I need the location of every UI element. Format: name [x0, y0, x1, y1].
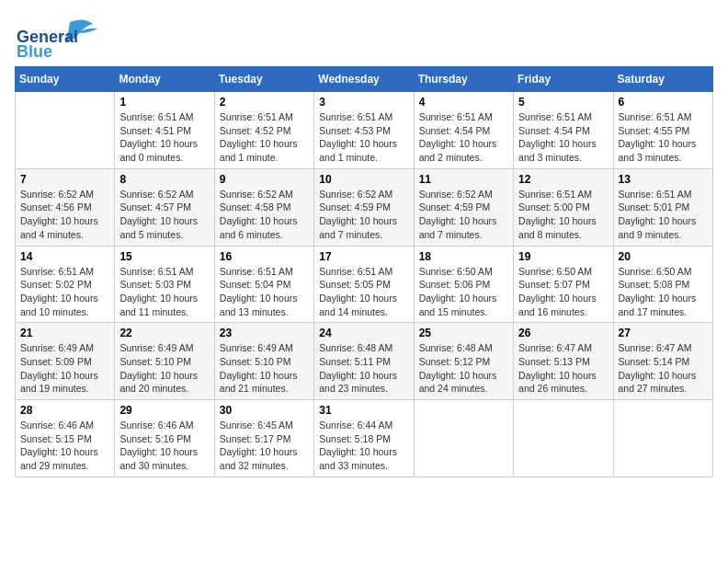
day-number: 17 — [319, 250, 408, 263]
day-info: Sunrise: 6:52 AM Sunset: 4:56 PM Dayligh… — [20, 188, 109, 242]
calendar-cell: 4Sunrise: 6:51 AM Sunset: 4:54 PM Daylig… — [414, 92, 513, 169]
calendar-cell: 12Sunrise: 6:51 AM Sunset: 5:00 PM Dayli… — [514, 168, 613, 246]
calendar-week-4: 21Sunrise: 6:49 AM Sunset: 5:09 PM Dayli… — [16, 323, 713, 400]
dow-friday: Friday — [514, 67, 613, 92]
calendar-week-2: 7Sunrise: 6:52 AM Sunset: 4:56 PM Daylig… — [16, 168, 713, 246]
calendar-cell: 7Sunrise: 6:52 AM Sunset: 4:56 PM Daylig… — [16, 168, 115, 246]
day-number: 18 — [419, 250, 508, 263]
calendar-cell: 31Sunrise: 6:44 AM Sunset: 5:18 PM Dayli… — [314, 400, 414, 477]
calendar-cell: 29Sunrise: 6:46 AM Sunset: 5:16 PM Dayli… — [115, 400, 214, 477]
day-number: 9 — [220, 173, 309, 186]
day-info: Sunrise: 6:51 AM Sunset: 5:05 PM Dayligh… — [319, 265, 408, 319]
day-info: Sunrise: 6:48 AM Sunset: 5:12 PM Dayligh… — [419, 341, 508, 396]
calendar-cell: 6Sunrise: 6:51 AM Sunset: 4:55 PM Daylig… — [613, 92, 712, 169]
dow-thursday: Thursday — [414, 67, 513, 92]
day-info: Sunrise: 6:51 AM Sunset: 5:03 PM Dayligh… — [119, 265, 209, 319]
calendar-cell: 5Sunrise: 6:51 AM Sunset: 4:54 PM Daylig… — [514, 92, 613, 169]
calendar-week-1: 1Sunrise: 6:51 AM Sunset: 4:51 PM Daylig… — [16, 92, 713, 169]
day-number: 31 — [319, 404, 408, 417]
dow-sunday: Sunday — [16, 67, 115, 92]
calendar-cell: 3Sunrise: 6:51 AM Sunset: 4:53 PM Daylig… — [314, 92, 414, 169]
calendar-cell: 19Sunrise: 6:50 AM Sunset: 5:07 PM Dayli… — [514, 246, 613, 323]
day-info: Sunrise: 6:50 AM Sunset: 5:06 PM Dayligh… — [419, 265, 508, 319]
day-info: Sunrise: 6:52 AM Sunset: 4:59 PM Dayligh… — [319, 188, 408, 242]
day-number: 28 — [20, 404, 109, 417]
day-number: 1 — [119, 96, 209, 109]
day-info: Sunrise: 6:51 AM Sunset: 4:54 PM Dayligh… — [518, 110, 608, 165]
dow-tuesday: Tuesday — [214, 67, 313, 92]
day-info: Sunrise: 6:52 AM Sunset: 4:59 PM Dayligh… — [419, 188, 508, 242]
day-info: Sunrise: 6:51 AM Sunset: 4:53 PM Dayligh… — [319, 110, 408, 165]
calendar-cell — [514, 400, 613, 477]
day-info: Sunrise: 6:47 AM Sunset: 5:14 PM Dayligh… — [619, 341, 708, 396]
day-number: 20 — [619, 250, 708, 263]
calendar-cell: 28Sunrise: 6:46 AM Sunset: 5:15 PM Dayli… — [16, 400, 115, 477]
calendar-cell — [16, 92, 115, 169]
day-number: 15 — [119, 250, 209, 263]
day-info: Sunrise: 6:48 AM Sunset: 5:11 PM Dayligh… — [319, 341, 408, 396]
calendar-cell: 22Sunrise: 6:49 AM Sunset: 5:10 PM Dayli… — [115, 323, 214, 400]
day-info: Sunrise: 6:51 AM Sunset: 5:00 PM Dayligh… — [518, 188, 608, 242]
day-number: 22 — [119, 327, 209, 339]
day-info: Sunrise: 6:52 AM Sunset: 4:57 PM Dayligh… — [119, 188, 209, 242]
calendar-cell: 21Sunrise: 6:49 AM Sunset: 5:09 PM Dayli… — [16, 323, 115, 400]
svg-text:Blue: Blue — [17, 42, 52, 59]
calendar-cell: 27Sunrise: 6:47 AM Sunset: 5:14 PM Dayli… — [613, 323, 712, 400]
day-number: 5 — [518, 96, 608, 109]
day-info: Sunrise: 6:46 AM Sunset: 5:16 PM Dayligh… — [119, 419, 209, 473]
calendar-cell: 13Sunrise: 6:51 AM Sunset: 5:01 PM Dayli… — [613, 168, 712, 246]
day-info: Sunrise: 6:51 AM Sunset: 4:51 PM Dayligh… — [119, 110, 209, 165]
calendar-cell: 23Sunrise: 6:49 AM Sunset: 5:10 PM Dayli… — [214, 323, 313, 400]
day-info: Sunrise: 6:51 AM Sunset: 4:55 PM Dayligh… — [619, 110, 708, 165]
calendar-table: SundayMondayTuesdayWednesdayThursdayFrid… — [15, 66, 713, 477]
calendar-header-row: SundayMondayTuesdayWednesdayThursdayFrid… — [16, 67, 713, 92]
dow-wednesday: Wednesday — [314, 67, 414, 92]
calendar-cell — [613, 400, 712, 477]
day-info: Sunrise: 6:47 AM Sunset: 5:13 PM Dayligh… — [518, 341, 608, 396]
day-info: Sunrise: 6:49 AM Sunset: 5:10 PM Dayligh… — [220, 341, 309, 396]
day-info: Sunrise: 6:44 AM Sunset: 5:18 PM Dayligh… — [319, 419, 408, 473]
day-number: 6 — [619, 96, 708, 109]
day-number: 4 — [419, 96, 508, 109]
logo: General Blue — [15, 15, 116, 59]
day-info: Sunrise: 6:51 AM Sunset: 5:01 PM Dayligh… — [619, 188, 708, 242]
calendar-week-5: 28Sunrise: 6:46 AM Sunset: 5:15 PM Dayli… — [16, 400, 713, 477]
day-info: Sunrise: 6:46 AM Sunset: 5:15 PM Dayligh… — [20, 419, 109, 473]
day-info: Sunrise: 6:51 AM Sunset: 4:52 PM Dayligh… — [220, 110, 309, 165]
day-info: Sunrise: 6:49 AM Sunset: 5:09 PM Dayligh… — [20, 341, 109, 396]
calendar-cell — [414, 400, 513, 477]
calendar-cell: 2Sunrise: 6:51 AM Sunset: 4:52 PM Daylig… — [214, 92, 313, 169]
day-number: 30 — [220, 404, 309, 417]
calendar-cell: 24Sunrise: 6:48 AM Sunset: 5:11 PM Dayli… — [314, 323, 414, 400]
day-number: 26 — [518, 327, 608, 339]
day-number: 19 — [518, 250, 608, 263]
day-number: 10 — [319, 173, 408, 186]
calendar-cell: 9Sunrise: 6:52 AM Sunset: 4:58 PM Daylig… — [214, 168, 313, 246]
calendar-cell: 15Sunrise: 6:51 AM Sunset: 5:03 PM Dayli… — [115, 246, 214, 323]
day-number: 27 — [619, 327, 708, 339]
day-number: 2 — [220, 96, 309, 109]
day-number: 7 — [20, 173, 109, 186]
calendar-week-3: 14Sunrise: 6:51 AM Sunset: 5:02 PM Dayli… — [16, 246, 713, 323]
calendar-cell: 17Sunrise: 6:51 AM Sunset: 5:05 PM Dayli… — [314, 246, 414, 323]
calendar-cell: 11Sunrise: 6:52 AM Sunset: 4:59 PM Dayli… — [414, 168, 513, 246]
day-info: Sunrise: 6:52 AM Sunset: 4:58 PM Dayligh… — [220, 188, 309, 242]
calendar-cell: 10Sunrise: 6:52 AM Sunset: 4:59 PM Dayli… — [314, 168, 414, 246]
dow-monday: Monday — [115, 67, 214, 92]
day-number: 13 — [619, 173, 708, 186]
day-number: 14 — [20, 250, 109, 263]
day-info: Sunrise: 6:51 AM Sunset: 5:02 PM Dayligh… — [20, 265, 109, 319]
day-number: 21 — [20, 327, 109, 339]
calendar-cell: 30Sunrise: 6:45 AM Sunset: 5:17 PM Dayli… — [214, 400, 313, 477]
calendar-cell: 20Sunrise: 6:50 AM Sunset: 5:08 PM Dayli… — [613, 246, 712, 323]
day-info: Sunrise: 6:51 AM Sunset: 4:54 PM Dayligh… — [419, 110, 508, 165]
calendar-cell: 26Sunrise: 6:47 AM Sunset: 5:13 PM Dayli… — [514, 323, 613, 400]
day-number: 25 — [419, 327, 508, 339]
dow-saturday: Saturday — [613, 67, 712, 92]
day-info: Sunrise: 6:51 AM Sunset: 5:04 PM Dayligh… — [220, 265, 309, 319]
day-number: 3 — [319, 96, 408, 109]
day-info: Sunrise: 6:50 AM Sunset: 5:08 PM Dayligh… — [619, 265, 708, 319]
day-number: 23 — [220, 327, 309, 339]
calendar-cell: 18Sunrise: 6:50 AM Sunset: 5:06 PM Dayli… — [414, 246, 513, 323]
calendar-cell: 14Sunrise: 6:51 AM Sunset: 5:02 PM Dayli… — [16, 246, 115, 323]
